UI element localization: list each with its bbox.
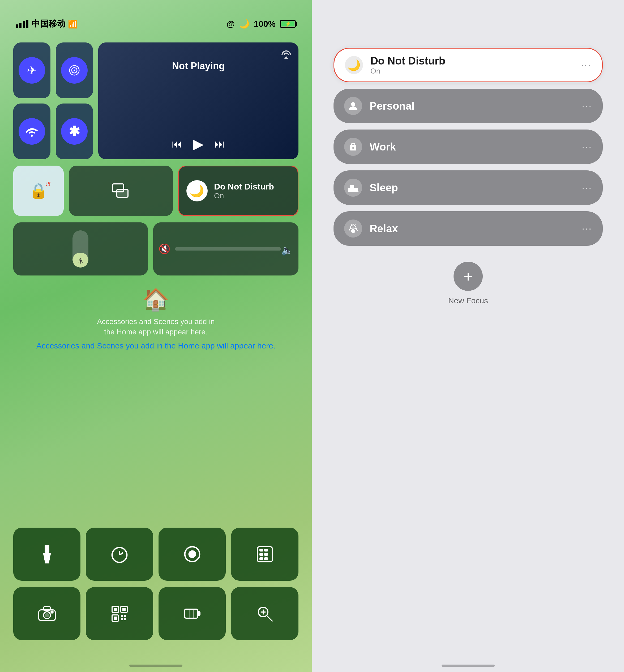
fast-forward-button[interactable]: ⏭: [214, 138, 225, 150]
dnd-text: Do Not Disturb On: [214, 182, 274, 200]
timer-button[interactable]: [86, 528, 153, 581]
home-description: Accessories and Scenes you add inthe Hom…: [97, 316, 215, 337]
svg-rect-19: [264, 553, 268, 556]
dnd-button[interactable]: 🌙 Do Not Disturb On: [178, 166, 298, 216]
home-indicator-left: [129, 665, 182, 667]
personal-focus-name: Personal: [370, 100, 574, 112]
svg-line-55: [355, 224, 355, 225]
svg-rect-7: [46, 558, 48, 560]
work-more-button[interactable]: ···: [582, 141, 592, 152]
focus-item-dnd[interactable]: 🌙 Do Not Disturb On ···: [334, 48, 603, 82]
airplane-button[interactable]: ✈: [13, 43, 50, 98]
dnd-title: Do Not Disturb: [214, 182, 274, 192]
relax-more-button[interactable]: ···: [582, 223, 592, 234]
svg-point-45: [351, 102, 355, 106]
work-focus-icon: [344, 138, 362, 156]
top-row: ✈: [13, 43, 298, 159]
media-controls: ⏮ ▶ ⏭: [106, 136, 291, 152]
rewind-button[interactable]: ⏮: [172, 138, 182, 150]
work-focus-name: Work: [370, 141, 574, 153]
focus-item-sleep[interactable]: Sleep ···: [334, 170, 603, 205]
right-panel: 🌙 Do Not Disturb On ··· Personal ···: [312, 0, 624, 672]
wifi-button[interactable]: [13, 104, 50, 159]
bottom-row-1: [13, 528, 298, 581]
lock-rotation-icon: 🔒 ↺: [29, 182, 48, 199]
volume-slider[interactable]: 🔇 🔈: [153, 222, 298, 275]
play-button[interactable]: ▶: [193, 136, 204, 152]
svg-rect-35: [121, 618, 123, 620]
open-home-link[interactable]: Accessories and Scenes you add in the Ho…: [36, 341, 276, 350]
camera-button[interactable]: [13, 587, 80, 640]
dnd-moon-glyph: 🌙: [347, 59, 361, 72]
svg-rect-5: [45, 545, 49, 553]
battery-icon: ⚡: [280, 20, 296, 28]
wifi-icon-btn: [19, 118, 45, 145]
volume-mute-icon: 🔇: [158, 243, 171, 254]
dnd-label-group: Do Not Disturb On: [370, 55, 574, 75]
moon-icon: 🌙: [239, 19, 250, 29]
brightness-track: ☀: [73, 231, 88, 268]
bluetooth-button[interactable]: ✱: [56, 104, 93, 159]
media-card[interactable]: Not Playing ⏮ ▶ ⏭: [98, 43, 298, 159]
airplane-icon: ✈: [19, 57, 45, 84]
rotation-arrow-icon: ↺: [45, 180, 51, 189]
brightness-icon: ☀: [77, 257, 84, 265]
focus-list: 🌙 Do Not Disturb On ··· Personal ···: [334, 48, 603, 246]
battery-status-button[interactable]: [158, 587, 226, 640]
svg-rect-28: [114, 608, 117, 611]
flashlight-button[interactable]: [13, 528, 80, 581]
svg-point-24: [45, 614, 49, 617]
grid-row-1: ✈: [13, 43, 93, 98]
mid-row: 🔒 ↺ 🌙 Do Not Disturb On: [13, 166, 298, 216]
dnd-status: On: [214, 192, 274, 200]
dnd-focus-name: Do Not Disturb: [370, 55, 574, 67]
cellular-button[interactable]: [56, 43, 93, 98]
volume-track-container: 🔇: [158, 243, 281, 254]
lock-rotation-button[interactable]: 🔒 ↺: [13, 166, 64, 216]
focus-item-work[interactable]: Work ···: [334, 130, 603, 164]
battery-bolt-icon: ⚡: [285, 21, 291, 27]
svg-rect-32: [114, 617, 117, 620]
cellular-icon: [61, 57, 88, 84]
svg-rect-48: [353, 147, 354, 149]
battery-percent: 100%: [254, 19, 276, 29]
dnd-moon-icon: 🌙: [186, 180, 208, 201]
control-center: ✈: [13, 43, 298, 640]
dnd-focus-icon: 🌙: [345, 56, 363, 74]
svg-point-26: [51, 611, 53, 613]
new-focus-button[interactable]: +: [453, 262, 483, 291]
qr-scanner-button[interactable]: [86, 587, 153, 640]
status-bar: 中国移动 📶 @ 🌙 100% ⚡: [16, 16, 296, 32]
svg-point-52: [352, 230, 355, 233]
signal-strength: [16, 20, 28, 28]
home-icon: 🏠: [142, 287, 169, 312]
volume-track: [175, 247, 281, 250]
zoom-button[interactable]: [231, 587, 298, 640]
svg-rect-50: [350, 185, 354, 188]
status-right: @ 🌙 100% ⚡: [227, 19, 296, 29]
focus-item-personal[interactable]: Personal ···: [334, 89, 603, 123]
svg-rect-17: [264, 549, 268, 552]
screen-record-button[interactable]: [158, 528, 226, 581]
sleep-label-group: Sleep: [370, 182, 574, 194]
dnd-more-button[interactable]: ···: [581, 59, 591, 71]
relax-focus-icon: [344, 219, 362, 238]
wifi-icon: 📶: [68, 19, 78, 29]
svg-line-42: [267, 616, 272, 621]
volume-icon: 🔈: [281, 245, 293, 256]
screen-mirror-button[interactable]: [69, 166, 173, 216]
new-focus-plus-icon: +: [463, 267, 473, 286]
svg-rect-33: [121, 615, 123, 617]
svg-rect-49: [348, 188, 358, 191]
brightness-empty: [73, 231, 88, 253]
brightness-slider[interactable]: ☀: [13, 222, 148, 275]
svg-point-2: [74, 70, 75, 71]
airplay-icon[interactable]: [280, 49, 292, 63]
relax-label-group: Relax: [370, 223, 574, 235]
calculator-button[interactable]: [231, 528, 298, 581]
personal-focus-icon: [344, 97, 362, 115]
personal-more-button[interactable]: ···: [582, 100, 592, 111]
svg-rect-36: [124, 618, 126, 620]
sleep-more-button[interactable]: ···: [582, 182, 592, 193]
focus-item-relax[interactable]: Relax ···: [334, 211, 603, 246]
